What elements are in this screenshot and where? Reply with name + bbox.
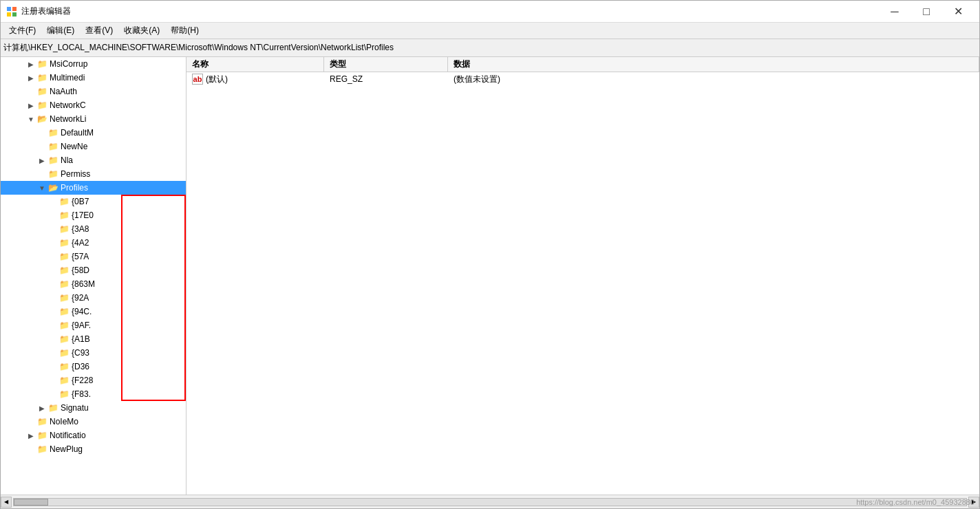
tree-item-naauth[interactable]: ▶ 📁 NaAuth bbox=[1, 85, 186, 98]
tree-label-naauth: NaAuth bbox=[50, 87, 77, 96]
tree-item-nla[interactable]: ▶ 📁 Nla bbox=[1, 153, 186, 167]
tree-item-signatu[interactable]: ▶ 📁 Signatu bbox=[1, 401, 186, 415]
tree-item-d36[interactable]: ▶ 📁 {D36 bbox=[1, 360, 186, 373]
folder-icon-noimemo: 📁 bbox=[36, 416, 47, 427]
menu-view[interactable]: 查看(V) bbox=[80, 23, 118, 38]
tree-item-94c[interactable]: ▶ 📁 {94C. bbox=[1, 305, 186, 318]
value-data-default: (数值未设置) bbox=[448, 72, 979, 86]
header-type[interactable]: 类型 bbox=[324, 57, 448, 72]
tree-item-defaultm[interactable]: ▶ 📁 DefaultM bbox=[1, 126, 186, 140]
title-buttons: ─ □ ✕ bbox=[879, 1, 974, 23]
tree-item-4a2[interactable]: ▶ 📁 {4A2 bbox=[1, 236, 186, 250]
tree-item-863m[interactable]: ▶ 📁 {863M bbox=[1, 277, 186, 291]
folder-icon-c93: 📁 bbox=[58, 347, 70, 358]
tree-label-92a: {92A bbox=[72, 293, 89, 303]
tree-item-networkli[interactable]: ▼ 📂 NetworkLi bbox=[1, 112, 186, 126]
tree-item-c93[interactable]: ▶ 📁 {C93 bbox=[1, 346, 186, 360]
menu-help[interactable]: 帮助(H) bbox=[165, 23, 204, 38]
header-data[interactable]: 数据 bbox=[448, 57, 979, 72]
tree-item-msicorrup[interactable]: ▶ 📁 MsiCorrup bbox=[1, 57, 186, 71]
folder-icon-permiss: 📁 bbox=[47, 169, 58, 180]
folder-icon-d36: 📁 bbox=[58, 361, 70, 372]
tree-item-9af[interactable]: ▶ 📁 {9AF. bbox=[1, 318, 186, 332]
tree-label-newplug: NewPlug bbox=[50, 444, 83, 454]
expander-notificatio[interactable]: ▶ bbox=[25, 430, 36, 441]
tree-label-newne: NewNe bbox=[61, 142, 87, 151]
tree-label-f228: {F228 bbox=[72, 376, 93, 385]
folder-icon-multimedia: 📁 bbox=[36, 72, 47, 83]
folder-icon-naauth: 📁 bbox=[36, 86, 47, 97]
tree-label-57a: {57A bbox=[72, 252, 89, 261]
tree-label-c93: {C93 bbox=[72, 348, 89, 358]
tree-item-profiles[interactable]: ▼ 📂 Profiles bbox=[1, 181, 186, 195]
expander-multimedia[interactable]: ▶ bbox=[25, 72, 36, 83]
expander-nla[interactable]: ▶ bbox=[36, 155, 47, 166]
scroll-left-button[interactable]: ◀ bbox=[1, 497, 12, 508]
expander-networkc[interactable]: ▶ bbox=[25, 100, 36, 111]
scrollbar-thumb[interactable] bbox=[14, 499, 48, 506]
folder-icon-9af: 📁 bbox=[58, 320, 70, 331]
tree-item-f83z[interactable]: ▶ 📁 {F83. bbox=[1, 387, 186, 401]
tree-item-92a[interactable]: ▶ 📁 {92A bbox=[1, 291, 186, 305]
expander-profiles[interactable]: ▼ bbox=[36, 182, 47, 193]
tree-item-17ec[interactable]: ▶ 📁 {17E0 bbox=[1, 208, 186, 222]
address-bar: 计算机\HKEY_LOCAL_MACHINE\SOFTWARE\Microsof… bbox=[1, 39, 979, 57]
folder-icon-msicorrup: 📁 bbox=[36, 58, 47, 69]
expander-signatu[interactable]: ▶ bbox=[36, 402, 47, 413]
app-icon bbox=[6, 6, 17, 17]
values-header: 名称 类型 数据 bbox=[187, 57, 979, 72]
tree-label-multimedia: Multimedi bbox=[50, 73, 85, 83]
tree-item-permiss[interactable]: ▶ 📁 Permiss bbox=[1, 167, 186, 181]
expander-msicorrup[interactable]: ▶ bbox=[25, 58, 36, 69]
tree-label-f83z: {F83. bbox=[72, 389, 91, 399]
tree-item-newplug[interactable]: ▶ 📁 NewPlug bbox=[1, 442, 186, 456]
tree-label-17ec: {17E0 bbox=[72, 210, 94, 220]
tree-item-networkc[interactable]: ▶ 📁 NetworkC bbox=[1, 98, 186, 112]
menu-bar: 文件(F) 编辑(E) 查看(V) 收藏夹(A) 帮助(H) bbox=[1, 23, 979, 39]
folder-icon-networkli: 📂 bbox=[36, 113, 47, 124]
tree-item-multimedia[interactable]: ▶ 📁 Multimedi bbox=[1, 71, 186, 85]
tree-item-0b7[interactable]: ▶ 📁 {0B7 bbox=[1, 195, 186, 208]
close-button[interactable]: ✕ bbox=[942, 1, 974, 23]
tree-label-94c: {94C. bbox=[72, 307, 92, 316]
tree-item-newne[interactable]: ▶ 📁 NewNe bbox=[1, 140, 186, 153]
header-name[interactable]: 名称 bbox=[187, 57, 324, 72]
tree-label-d36: {D36 bbox=[72, 362, 89, 371]
tree-label-58d: {58D bbox=[72, 266, 89, 275]
folder-icon-newplug: 📁 bbox=[36, 444, 47, 455]
value-row-default[interactable]: ab (默认) REG_SZ (数值未设置) bbox=[187, 72, 979, 86]
menu-favorites[interactable]: 收藏夹(A) bbox=[118, 23, 165, 38]
folder-icon-networkc: 📁 bbox=[36, 100, 47, 111]
profiles-children: ▶ 📁 {0B7 ▶ 📁 {17E0 ▶ 📁 {3A8 bbox=[1, 195, 186, 401]
tree-item-3a8[interactable]: ▶ 📁 {3A8 bbox=[1, 222, 186, 236]
tree-item-57a[interactable]: ▶ 📁 {57A bbox=[1, 250, 186, 263]
tree-item-58d[interactable]: ▶ 📁 {58D bbox=[1, 263, 186, 277]
menu-edit[interactable]: 编辑(E) bbox=[41, 23, 80, 38]
maximize-button[interactable]: □ bbox=[910, 1, 942, 23]
main-content: ▶ 📁 MsiCorrup ▶ 📁 Multimedi ▶ 📁 NaAuth bbox=[1, 57, 979, 495]
folder-icon-863m: 📁 bbox=[58, 279, 70, 290]
tree-item-a1b[interactable]: ▶ 📁 {A1B bbox=[1, 332, 186, 346]
window-title: 注册表编辑器 bbox=[21, 6, 879, 17]
folder-icon-newne: 📁 bbox=[47, 141, 58, 152]
folder-icon-3a8: 📁 bbox=[58, 224, 70, 235]
address-path: 计算机\HKEY_LOCAL_MACHINE\SOFTWARE\Microsof… bbox=[3, 42, 394, 54]
horizontal-scrollbar[interactable] bbox=[12, 497, 968, 508]
title-bar: 注册表编辑器 ─ □ ✕ bbox=[1, 1, 979, 23]
folder-icon-58d: 📁 bbox=[58, 265, 70, 276]
tree-container: ▶ 📁 MsiCorrup ▶ 📁 Multimedi ▶ 📁 NaAuth bbox=[1, 57, 186, 456]
menu-file[interactable]: 文件(F) bbox=[3, 23, 41, 38]
tree-label-profiles: Profiles bbox=[61, 183, 88, 193]
tree-label-notificatio: Notificatio bbox=[50, 431, 86, 440]
expander-networkli[interactable]: ▼ bbox=[25, 113, 36, 124]
folder-icon-4a2: 📁 bbox=[58, 237, 70, 248]
folder-icon-17ec: 📁 bbox=[58, 210, 70, 221]
tree-item-notificatio[interactable]: ▶ 📁 Notificatio bbox=[1, 429, 186, 442]
tree-item-noimemo[interactable]: ▶ 📁 NoIeMo bbox=[1, 415, 186, 429]
tree-panel[interactable]: ▶ 📁 MsiCorrup ▶ 📁 Multimedi ▶ 📁 NaAuth bbox=[1, 57, 187, 495]
minimize-button[interactable]: ─ bbox=[879, 1, 910, 23]
scrollbar-track bbox=[13, 498, 967, 506]
folder-icon-92a: 📁 bbox=[58, 292, 70, 303]
tree-item-f228[interactable]: ▶ 📁 {F228 bbox=[1, 373, 186, 387]
folder-icon-profiles: 📂 bbox=[47, 182, 58, 193]
